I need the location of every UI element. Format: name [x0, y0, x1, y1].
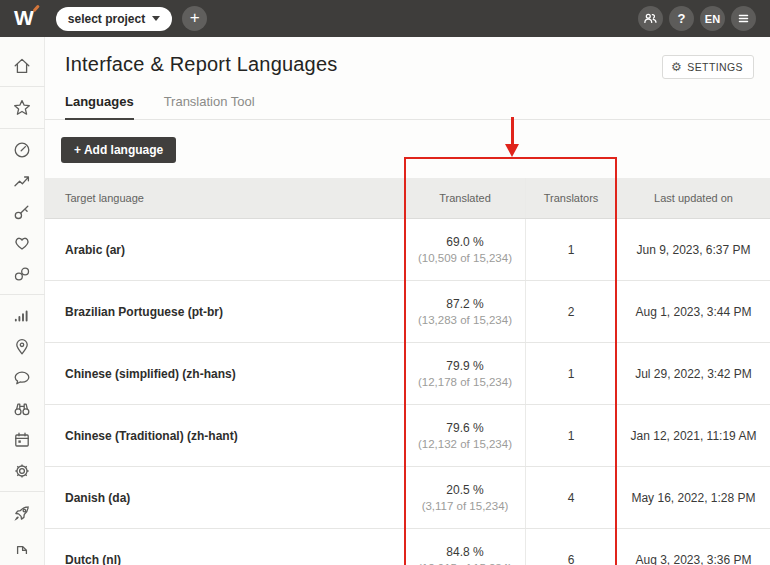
translated-percent: 84.8 %	[446, 545, 483, 559]
logo-w: W	[14, 6, 34, 29]
language-name[interactable]: Arabic (ar)	[65, 243, 125, 257]
select-project-label: select project	[68, 12, 145, 26]
binoculars-icon[interactable]	[12, 399, 32, 419]
select-project-dropdown[interactable]: select project	[56, 7, 172, 31]
document-icon[interactable]	[12, 534, 32, 554]
location-pin-icon[interactable]	[12, 337, 32, 357]
page-header: Interface & Report Languages ⚙ SETTINGS	[45, 37, 770, 79]
languages-table: Target language Translated Translators L…	[45, 178, 770, 565]
language-badge: EN	[705, 13, 721, 25]
translators-count: 6	[568, 553, 575, 565]
translated-detail: (13,283 of 15,234)	[418, 314, 512, 326]
translated-percent: 79.6 %	[446, 421, 483, 435]
column-header-target-language[interactable]: Target language	[45, 178, 404, 218]
add-language-button[interactable]: + Add language	[61, 137, 176, 163]
users-button[interactable]	[638, 6, 663, 31]
toolbar: + Add language	[45, 120, 770, 163]
translated-percent: 79.9 %	[446, 359, 483, 373]
table-row[interactable]: Danish (da) 20.5 % (3,117 of 15,234) 4 M…	[45, 467, 770, 529]
last-updated: May 16, 2022, 1:28 PM	[631, 491, 755, 505]
home-icon[interactable]	[12, 56, 32, 76]
menu-button[interactable]	[731, 6, 756, 31]
language-name[interactable]: Dutch (nl)	[65, 553, 121, 565]
last-updated: Aug 3, 2023, 3:36 PM	[635, 553, 751, 565]
table-row[interactable]: Chinese (Traditional) (zh-hant) 79.6 % (…	[45, 405, 770, 467]
table-row[interactable]: Brazilian Portuguese (pt-br) 87.2 % (13,…	[45, 281, 770, 343]
translated-detail: (10,509 of 15,234)	[418, 252, 512, 264]
settings-button[interactable]: ⚙ SETTINGS	[662, 55, 754, 79]
tab-languages[interactable]: Languages	[65, 94, 134, 120]
column-header-last-updated[interactable]: Last updated on	[616, 178, 770, 218]
language-name[interactable]: Chinese (simplified) (zh-hans)	[65, 367, 236, 381]
table-header-row: Target language Translated Translators L…	[45, 178, 770, 219]
tab-bar: Languages Translation Tool	[45, 94, 770, 120]
help-button[interactable]: ?	[669, 6, 694, 31]
line-chart-icon[interactable]	[12, 171, 32, 191]
rocket-icon[interactable]	[12, 503, 32, 523]
language-name[interactable]: Danish (da)	[65, 491, 130, 505]
language-name[interactable]: Chinese (Traditional) (zh-hant)	[65, 429, 238, 443]
translators-count: 1	[568, 429, 575, 443]
page-title: Interface & Report Languages	[65, 53, 337, 76]
tab-translation-tool[interactable]: Translation Tool	[164, 94, 255, 119]
table-row[interactable]: Chinese (simplified) (zh-hans) 79.9 % (1…	[45, 343, 770, 405]
last-updated: Jul 29, 2022, 3:42 PM	[635, 367, 752, 381]
sidebar-divider	[0, 491, 45, 492]
key-icon[interactable]	[12, 202, 32, 222]
language-name[interactable]: Brazilian Portuguese (pt-br)	[65, 305, 223, 319]
gear-icon: ⚙	[671, 61, 682, 73]
sidebar-nav	[0, 37, 45, 565]
calendar-icon[interactable]	[12, 430, 32, 450]
caret-down-icon	[152, 16, 160, 21]
signal-bars-icon[interactable]	[12, 306, 32, 326]
language-button[interactable]: EN	[700, 6, 725, 31]
translated-detail: (12,132 of 15,234)	[418, 438, 512, 450]
translators-count: 4	[568, 491, 575, 505]
last-updated: Aug 1, 2023, 3:44 PM	[635, 305, 751, 319]
table-row[interactable]: Arabic (ar) 69.0 % (10,509 of 15,234) 1 …	[45, 219, 770, 281]
sidebar-divider	[0, 294, 45, 295]
last-updated: Jan 12, 2021, 11:19 AM	[631, 429, 757, 443]
sidebar-divider	[0, 86, 45, 87]
column-header-translated[interactable]: Translated	[404, 178, 525, 218]
last-updated: Jun 9, 2023, 6:37 PM	[636, 243, 750, 257]
star-icon[interactable]	[12, 98, 32, 118]
gauge-icon[interactable]	[12, 140, 32, 160]
table-row[interactable]: Dutch (nl) 84.8 % (12,915 of 15,234) 6 A…	[45, 529, 770, 565]
users-icon	[642, 10, 659, 27]
translated-detail: (3,117 of 15,234)	[422, 500, 509, 512]
app-logo[interactable]: W	[14, 7, 34, 28]
heart-icon[interactable]	[12, 233, 32, 253]
add-project-button[interactable]: +	[182, 6, 207, 31]
main-content: Interface & Report Languages ⚙ SETTINGS …	[45, 37, 770, 565]
translated-detail: (12,178 of 15,234)	[418, 376, 512, 388]
translated-percent: 69.0 %	[446, 235, 483, 249]
gear-icon[interactable]	[12, 461, 32, 481]
chat-bubble-icon[interactable]	[12, 368, 32, 388]
translated-percent: 20.5 %	[446, 483, 483, 497]
topbar-actions: ? EN	[638, 6, 756, 31]
column-header-translators[interactable]: Translators	[525, 178, 616, 218]
translated-percent: 87.2 %	[446, 297, 483, 311]
link-icon[interactable]	[12, 264, 32, 284]
question-icon: ?	[678, 11, 686, 26]
plus-icon: +	[190, 8, 200, 28]
sidebar-divider	[0, 128, 45, 129]
translators-count: 1	[568, 243, 575, 257]
translators-count: 1	[568, 367, 575, 381]
settings-button-label: SETTINGS	[687, 61, 743, 73]
translators-count: 2	[568, 305, 575, 319]
hamburger-icon	[735, 10, 752, 27]
topbar: W select project + ? EN	[0, 0, 770, 37]
